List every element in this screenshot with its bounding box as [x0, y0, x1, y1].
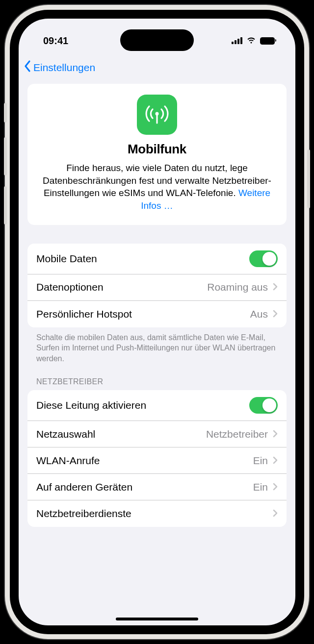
status-time: 09:41	[43, 35, 68, 47]
back-button[interactable]: Einstellungen	[24, 60, 95, 75]
navigation-bar: Einstellungen	[19, 54, 295, 84]
hotspot-row[interactable]: Persönlicher Hotspot Aus	[27, 301, 287, 327]
row-value: Ein	[253, 481, 268, 493]
row-label: Netzauswahl	[36, 428, 95, 440]
page-description: Finde heraus, wie viele Daten du nutzt, …	[39, 162, 275, 212]
mobile-data-toggle[interactable]	[249, 250, 278, 267]
row-label: Mobile Daten	[36, 253, 97, 265]
chevron-right-icon	[273, 308, 278, 320]
home-indicator[interactable]	[116, 618, 198, 620]
row-value: Netzbetreiber	[206, 428, 268, 440]
hero-card: Mobilfunk Finde heraus, wie viele Daten …	[27, 84, 287, 225]
dynamic-island	[120, 29, 194, 51]
row-label: Diese Leitung aktivieren	[36, 399, 146, 411]
other-devices-row[interactable]: Auf anderen Geräten Ein	[27, 474, 287, 500]
back-label: Einstellungen	[33, 62, 95, 74]
activate-line-toggle[interactable]	[249, 397, 278, 414]
data-options-row[interactable]: Datenoptionen Roaming aus	[27, 274, 287, 301]
row-label: Netzbetreiberdienste	[36, 508, 131, 520]
carrier-services-row[interactable]: Netzbetreiberdienste	[27, 500, 287, 527]
chevron-right-icon	[273, 428, 278, 440]
network-select-row[interactable]: Netzauswahl Netzbetreiber	[27, 421, 287, 447]
activate-line-row[interactable]: Diese Leitung aktivieren	[27, 390, 287, 421]
row-value: Aus	[250, 308, 268, 320]
mobile-data-row[interactable]: Mobile Daten	[27, 244, 287, 274]
silent-switch	[4, 103, 7, 123]
cellular-signal-icon	[232, 37, 242, 44]
cellular-icon	[137, 95, 177, 135]
chevron-left-icon	[24, 60, 32, 75]
page-title: Mobilfunk	[39, 142, 275, 157]
carrier-section-header: NETZBETREIBER	[27, 364, 287, 390]
row-label: Auf anderen Geräten	[36, 481, 132, 493]
wifi-icon	[246, 35, 256, 47]
row-value: Ein	[253, 455, 268, 467]
volume-down-button	[4, 186, 7, 224]
wifi-calling-row[interactable]: WLAN-Anrufe Ein	[27, 447, 287, 474]
volume-up-button	[4, 137, 7, 175]
row-label: WLAN-Anrufe	[36, 455, 100, 467]
mobile-data-group: Mobile Daten Datenoptionen Roaming aus P…	[27, 244, 287, 327]
chevron-right-icon	[273, 508, 278, 520]
battery-icon	[260, 37, 275, 45]
group-footer-text: Schalte die mobilen Daten aus, damit säm…	[27, 327, 287, 364]
row-label: Datenoptionen	[36, 281, 104, 293]
chevron-right-icon	[273, 481, 278, 493]
row-label: Persönlicher Hotspot	[36, 308, 132, 320]
power-button	[307, 149, 310, 208]
row-value: Roaming aus	[207, 281, 268, 293]
carrier-group: Diese Leitung aktivieren Netzauswahl Net…	[27, 390, 287, 527]
chevron-right-icon	[273, 455, 278, 467]
chevron-right-icon	[273, 281, 278, 293]
